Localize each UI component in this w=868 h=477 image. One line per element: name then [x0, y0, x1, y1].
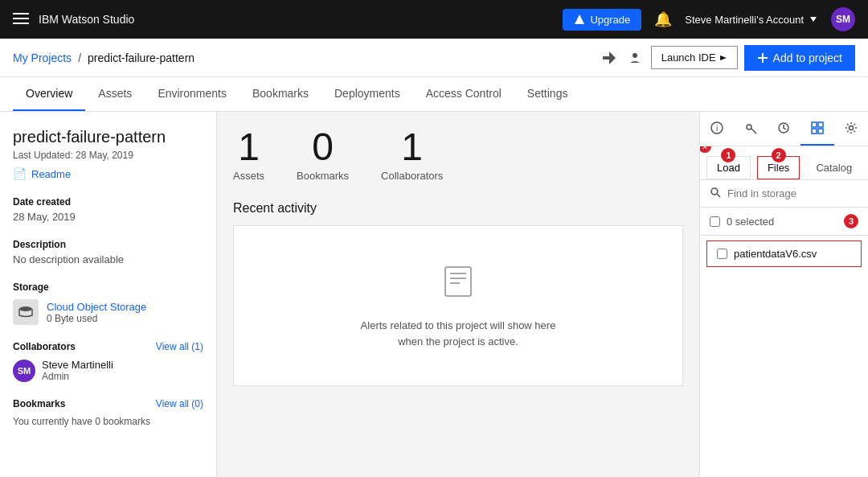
- collaborator-avatar: SM: [13, 360, 35, 382]
- storage-name[interactable]: Cloud Object Storage: [47, 301, 146, 313]
- svg-marker-3: [575, 14, 584, 24]
- notification-icon[interactable]: 🔔: [654, 10, 672, 28]
- collaborator-icon-button[interactable]: [625, 48, 645, 68]
- svg-rect-0: [13, 13, 29, 14]
- description-label: Description: [13, 239, 203, 250]
- breadcrumb-bar: My Projects / predict-failure-pattern La…: [0, 39, 868, 77]
- bookmarks-count: 0: [297, 128, 349, 167]
- add-to-project-button[interactable]: Add to project: [744, 45, 855, 71]
- breadcrumb-actions: Launch IDE Add to project: [600, 45, 855, 71]
- account-menu[interactable]: Steve Martinelli's Account: [685, 14, 818, 26]
- storage-section: Storage Cloud Object Storage 0 Byte used: [13, 282, 203, 325]
- stat-collaborators: 1 Collaborators: [381, 128, 443, 182]
- menu-icon[interactable]: [13, 10, 29, 29]
- tab-bookmarks[interactable]: Bookmarks: [240, 77, 321, 111]
- activity-empty-text: Alerts related to this project will show…: [361, 318, 556, 349]
- file-name: patientdataV6.csv: [734, 248, 817, 260]
- project-sidebar: predict-failure-pattern Last Updated: 28…: [0, 112, 217, 477]
- assets-label: Assets: [233, 170, 264, 182]
- bookmarks-section: Bookmarks View all (0) You currently hav…: [13, 398, 203, 427]
- svg-rect-18: [812, 122, 817, 127]
- search-input[interactable]: [727, 187, 862, 199]
- search-icon: [710, 187, 721, 200]
- step1-badge: 1: [721, 148, 735, 162]
- file-checkbox[interactable]: [717, 249, 727, 259]
- storage-row: Cloud Object Storage 0 Byte used: [13, 299, 203, 325]
- key-panel-button[interactable]: [734, 112, 768, 146]
- svg-line-24: [718, 195, 721, 198]
- tab-settings[interactable]: Settings: [514, 77, 581, 111]
- catalog-tab[interactable]: Catalog: [806, 157, 862, 179]
- storage-label: Storage: [13, 282, 203, 293]
- svg-point-16: [747, 125, 751, 130]
- file-list-item[interactable]: patientdataV6.csv: [706, 241, 862, 267]
- file-panel: 1 ✕ Load 2 Files Catalog: [700, 146, 868, 477]
- activity-empty-icon: [439, 262, 477, 308]
- svg-marker-4: [810, 17, 817, 22]
- select-all-checkbox[interactable]: [710, 216, 720, 227]
- tab-deployments[interactable]: Deployments: [321, 77, 413, 111]
- right-panel-icon-row: i: [700, 112, 868, 146]
- project-title: predict-failure-pattern: [13, 128, 203, 146]
- bookmarks-note: You currently have 0 bookmarks: [13, 416, 203, 427]
- assets-count: 1: [233, 128, 264, 167]
- main-layout: predict-failure-pattern Last Updated: 28…: [0, 112, 868, 477]
- launch-ide-button[interactable]: Launch IDE: [651, 46, 738, 69]
- svg-marker-8: [720, 56, 727, 60]
- bookmarks-label: Bookmarks: [13, 398, 65, 409]
- view-all-bookmarks-link[interactable]: View all (0): [156, 398, 203, 409]
- svg-rect-1: [13, 18, 29, 19]
- step3-badge: 3: [844, 214, 858, 228]
- breadcrumb-separator: /: [78, 51, 81, 64]
- svg-point-23: [711, 188, 718, 195]
- svg-rect-10: [445, 267, 471, 296]
- selected-count-label: 0 selected: [727, 216, 837, 228]
- project-tabs: Overview Assets Environments Bookmarks D…: [0, 77, 868, 112]
- tab-assets[interactable]: Assets: [85, 77, 145, 111]
- stat-bookmarks: 0 Bookmarks: [297, 128, 349, 182]
- svg-marker-6: [603, 51, 616, 64]
- collaborators-label: Collaborators: [381, 170, 443, 182]
- svg-rect-19: [818, 122, 823, 127]
- tab-access-control[interactable]: Access Control: [413, 77, 514, 111]
- tab-environments[interactable]: Environments: [145, 77, 240, 111]
- recent-activity-title: Recent activity: [233, 201, 683, 216]
- activity-box: Alerts related to this project will show…: [233, 225, 683, 386]
- file-select-all-row: 0 selected 3: [700, 208, 868, 236]
- tab-overview[interactable]: Overview: [13, 77, 85, 111]
- settings-panel-button[interactable]: [834, 112, 868, 146]
- date-created-section: Date created 28 May, 2019: [13, 196, 203, 223]
- date-created-value: 28 May, 2019: [13, 211, 203, 223]
- description-value: No description available: [13, 253, 203, 265]
- info-panel-button[interactable]: i: [700, 112, 734, 146]
- right-panel: i: [699, 112, 868, 477]
- readme-icon: 📄: [13, 167, 27, 180]
- readme-link[interactable]: 📄 Readme: [13, 167, 203, 180]
- breadcrumb-current: predict-failure-pattern: [88, 51, 194, 64]
- user-avatar[interactable]: SM: [831, 7, 855, 31]
- svg-point-9: [19, 306, 32, 311]
- collaborators-count: 1: [381, 128, 443, 167]
- storage-search-bar: [700, 180, 868, 208]
- app-brand: IBM Watson Studio: [39, 13, 563, 26]
- storage-icon: [13, 299, 39, 325]
- description-section: Description No description available: [13, 239, 203, 265]
- top-nav-right: 🔔 Steve Martinelli's Account SM: [654, 7, 855, 31]
- close-badge[interactable]: ✕: [700, 146, 711, 153]
- storage-used: 0 Byte used: [47, 313, 146, 324]
- upgrade-button[interactable]: Upgrade: [563, 9, 641, 31]
- main-content: 1 Assets 0 Bookmarks 1 Collaborators Rec…: [217, 112, 699, 477]
- my-projects-link[interactable]: My Projects: [13, 51, 72, 64]
- step2-badge: 2: [772, 148, 786, 162]
- view-all-collaborators-link[interactable]: View all (1): [156, 341, 203, 352]
- grid-panel-button[interactable]: [800, 112, 834, 146]
- share-icon-button[interactable]: [600, 48, 619, 68]
- stat-assets: 1 Assets: [233, 128, 264, 182]
- svg-rect-20: [812, 129, 817, 134]
- project-last-updated: Last Updated: 28 May, 2019: [13, 150, 203, 161]
- history-panel-button[interactable]: [768, 112, 801, 146]
- collaborator-role: Admin: [42, 371, 113, 382]
- collaborator-name: Steve Martinelli: [42, 359, 113, 371]
- bookmarks-label: Bookmarks: [297, 170, 349, 182]
- svg-point-7: [633, 53, 637, 58]
